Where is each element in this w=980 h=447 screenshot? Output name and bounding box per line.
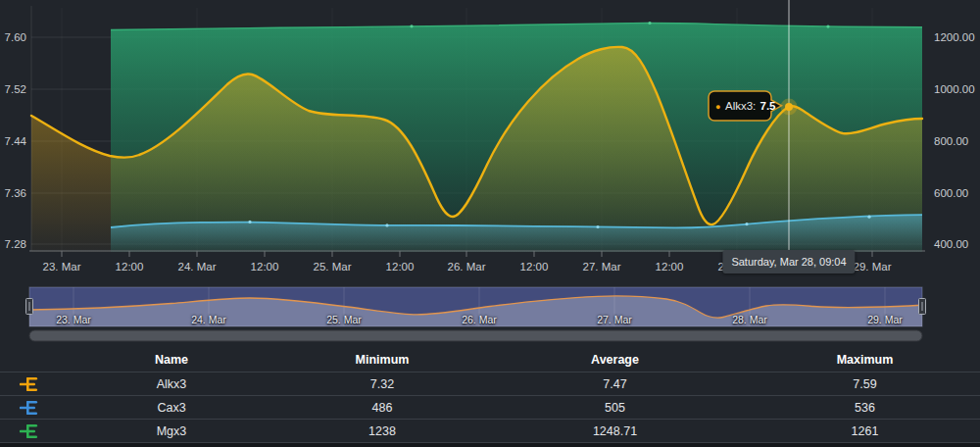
x-tick-label: 23. Mar <box>43 259 81 274</box>
navigator-date-label: 25. Mar <box>326 314 362 325</box>
x-tick-label: 12:00 <box>656 259 684 274</box>
y-tick-label: 7.52 <box>0 81 26 97</box>
column-header-minimum: Minimum <box>284 353 480 367</box>
x-tick-label: 12:00 <box>386 259 415 274</box>
x-tick-label: 26. Mar <box>448 259 486 274</box>
x-tick-label: 24. Mar <box>178 259 217 274</box>
series-min-cell: 486 <box>284 401 480 415</box>
x-tick-label: 29. Mar <box>854 259 892 274</box>
navigator-handle-right[interactable] <box>919 299 926 315</box>
series-min-cell: 7.32 <box>284 377 480 391</box>
y-tick-label: 400.00 <box>934 236 979 252</box>
x-tick-label: 25. Mar <box>314 259 352 274</box>
navigator-date-label: 29. Mar <box>867 314 903 325</box>
scrollbar-thumb[interactable] <box>29 330 922 341</box>
navigator-date-label: 24. Mar <box>191 314 226 325</box>
navigator-date-label: 27. Mar <box>597 314 632 325</box>
column-header-name: Name <box>59 353 284 367</box>
series-name-cell: Cax3 <box>59 401 284 415</box>
navigator-date-label: 23. Mar <box>56 314 91 325</box>
navigator-date-label: 28. Mar <box>732 314 767 325</box>
y-tick-label: 800.00 <box>934 133 979 149</box>
series-name-cell: Mgx3 <box>59 424 284 438</box>
column-header-average: Average <box>480 353 750 367</box>
navigator-handle-left[interactable] <box>26 299 33 315</box>
x-tick-label: 12:00 <box>116 259 144 274</box>
main-chart-plot-area[interactable]: ● Alkx3: 7.5 <box>0 0 980 284</box>
series-max-cell: 1261 <box>750 424 980 438</box>
table-row[interactable]: Cax3 486 505 536 <box>0 395 980 419</box>
x-tick-label: 12:00 <box>251 259 279 274</box>
series-avg-cell: 505 <box>480 401 750 415</box>
series-tooltip: ● Alkx3: 7.5 <box>709 91 782 121</box>
series-max-cell: 536 <box>750 401 980 415</box>
tooltip-text: ● Alkx3: 7.5 <box>715 100 776 112</box>
table-row[interactable]: Alkx3 7.32 7.47 7.59 <box>0 372 980 395</box>
table-row[interactable]: Mgx3 1238 1248.71 1261 <box>0 419 980 442</box>
y-tick-label: 1000.00 <box>934 81 979 97</box>
tooltip-series-bullet: ● <box>715 102 720 112</box>
series-type-icon <box>20 423 39 439</box>
tooltip-value: 7.5 <box>760 100 777 112</box>
y-tick-label: 7.36 <box>0 185 26 201</box>
x-tick-label: 27. Mar <box>583 259 621 274</box>
series-type-icon <box>20 376 39 392</box>
series-max-cell: 7.59 <box>750 377 980 391</box>
y-tick-label: 7.60 <box>0 29 26 45</box>
series-type-icon <box>20 400 39 416</box>
series-stats-table: Name Minimum Average Maximum Alkx3 7.32 … <box>0 348 980 442</box>
crosshair-date-tooltip: Saturday, Mar 28, 09:04 <box>722 250 855 273</box>
y-tick-label: 7.44 <box>0 133 26 149</box>
series-avg-cell: 7.47 <box>480 377 750 391</box>
table-header-row: Name Minimum Average Maximum <box>0 348 980 372</box>
table-bottom-border <box>0 442 980 447</box>
navigator-date-label: 26. Mar <box>462 314 497 325</box>
series-min-cell: 1238 <box>284 424 480 438</box>
dashboard-panel: ● Alkx3: 7.5 7.60 7.52 7.44 7.36 7.28 12… <box>0 0 980 447</box>
series-avg-cell: 1248.71 <box>480 424 750 438</box>
column-header-maximum: Maximum <box>750 353 980 367</box>
series-name-cell: Alkx3 <box>59 377 284 391</box>
x-tick-label: 12:00 <box>520 259 549 274</box>
hover-point-marker <box>781 99 798 116</box>
y-tick-label: 1200.00 <box>934 29 979 45</box>
y-tick-label: 7.28 <box>0 236 26 252</box>
y-tick-label: 600.00 <box>934 185 979 201</box>
tooltip-series-name: Alkx3: <box>725 100 760 112</box>
